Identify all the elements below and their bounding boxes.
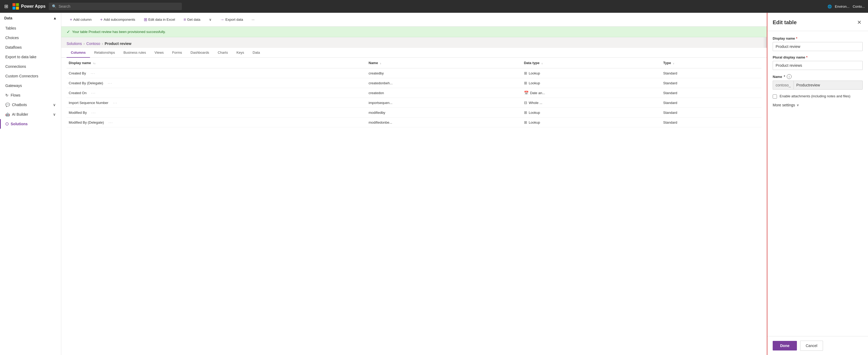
tab-forms[interactable]: Forms <box>168 48 186 58</box>
flows-label: Flows <box>11 93 21 97</box>
sidebar-item-dataflows[interactable]: Dataflows <box>0 42 61 52</box>
name-info-icon[interactable]: i <box>787 74 792 79</box>
name-label: Name <box>773 75 782 79</box>
cancel-button[interactable]: Cancel <box>800 341 823 351</box>
data-type-value: Lookup <box>529 71 540 75</box>
data-type-icon: ⊞ <box>524 71 527 75</box>
sidebar-item-choices[interactable]: Choices <box>0 33 61 42</box>
success-icon: ✓ <box>67 29 70 34</box>
cell-data-type: ⊞ Lookup <box>522 117 661 128</box>
more-settings-toggle[interactable]: More settings ∨ <box>773 103 863 107</box>
data-type-icon: ⊟ <box>524 101 527 105</box>
ai-builder-expand-icon: ∨ <box>53 112 56 116</box>
tab-charts[interactable]: Charts <box>214 48 232 58</box>
add-subcomponents-button[interactable]: + Add subcomponents <box>97 16 138 24</box>
table-row: Modified By (Delegate) ··· modifiedonbe.… <box>67 117 762 128</box>
custom-connectors-label: Custom Connectors <box>5 74 38 78</box>
sidebar-item-tables[interactable]: Tables <box>0 24 61 33</box>
tab-columns[interactable]: Columns <box>67 48 90 58</box>
tab-relationships[interactable]: Relationships <box>90 48 119 58</box>
sidebar-item-solutions[interactable]: ⬡ Solutions <box>0 119 61 129</box>
row-dots-button[interactable]: ··· <box>90 110 98 115</box>
data-type-icon: 📅 <box>524 91 529 95</box>
col-header-display-name[interactable]: Display name ↑↓ <box>67 58 366 68</box>
main-layout: Data ▲ Tables Choices Dataflows Export t… <box>0 13 868 355</box>
more-actions-button[interactable]: ··· <box>248 16 258 23</box>
col-header-type[interactable]: Type ↓ <box>661 58 762 68</box>
cell-data-type: ⊞ Lookup <box>522 108 661 117</box>
display-name-input[interactable] <box>773 42 863 51</box>
cell-display-name: Created By ··· <box>67 68 366 78</box>
gateways-label: Gateways <box>5 83 22 88</box>
cell-type: Standard <box>661 68 762 78</box>
sidebar-item-ai-builder[interactable]: 🤖 AI Builder ∨ <box>0 110 61 119</box>
sidebar-item-custom-connectors[interactable]: Custom Connectors <box>0 71 61 81</box>
cell-name: createdonbeh... <box>366 78 522 88</box>
search-input[interactable] <box>59 4 179 8</box>
get-data-dropdown-icon: ∨ <box>209 17 212 22</box>
table-row: Import Sequence Number ··· importsequen.… <box>67 98 762 108</box>
row-dots-button[interactable]: ··· <box>90 91 97 96</box>
panel-close-button[interactable]: ✕ <box>856 18 863 27</box>
logo-area: Power Apps <box>12 3 45 9</box>
sidebar-collapse-icon: ▲ <box>53 16 57 20</box>
tab-dashboards[interactable]: Dashboards <box>186 48 214 58</box>
tab-business-rules[interactable]: Business rules <box>119 48 150 58</box>
choices-label: Choices <box>5 36 19 40</box>
name-prefix: contoso_ <box>773 80 794 90</box>
add-column-button[interactable]: + Add column <box>67 16 95 24</box>
cell-display-name: Modified By ··· <box>67 108 366 117</box>
breadcrumb-contoso[interactable]: Contoso <box>86 41 100 46</box>
data-type-value: Date an... <box>530 91 545 95</box>
cell-type: Standard <box>661 98 762 108</box>
row-dots-button[interactable]: ··· <box>89 71 97 76</box>
col-header-data-type[interactable]: Data type ↓ <box>522 58 661 68</box>
row-dots-button[interactable]: ··· <box>106 80 114 85</box>
done-button[interactable]: Done <box>773 341 797 351</box>
plural-display-name-input[interactable] <box>773 61 863 70</box>
tab-views[interactable]: Views <box>150 48 168 58</box>
waffle-icon[interactable]: ⊞ <box>3 2 9 10</box>
sidebar-item-chatbots[interactable]: 💬 Chatbots ∨ <box>0 100 61 110</box>
breadcrumb-sep-2: › <box>102 41 103 46</box>
enable-attachments-row: Enable attachments (including notes and … <box>773 94 863 99</box>
tab-keys[interactable]: Keys <box>232 48 248 58</box>
cell-name: createdon <box>366 88 522 98</box>
sidebar-item-flows[interactable]: ↻ Flows <box>0 91 61 100</box>
enable-attachments-checkbox[interactable] <box>773 95 777 99</box>
get-data-dropdown-button[interactable]: ∨ <box>206 16 215 23</box>
chatbots-expand-icon: ∨ <box>53 103 56 107</box>
panel-body: Display name * Plural display name * Nam… <box>767 31 868 336</box>
globe-icon: 🌐 <box>828 4 832 8</box>
name-label-row: Name * i <box>773 74 863 79</box>
panel-title: Edit table <box>773 20 797 26</box>
row-dots-button[interactable]: ··· <box>107 120 115 125</box>
table-row: Created By ··· createdby ⊞ Lookup Standa… <box>67 68 762 78</box>
get-data-button[interactable]: ≡ Get data <box>180 16 204 24</box>
panel-footer: Done Cancel <box>767 336 868 355</box>
data-type-value: Lookup <box>529 81 540 85</box>
nav-right: 🌐 Environ... Conto... <box>828 4 865 8</box>
search-bar[interactable]: 🔍 <box>49 3 182 10</box>
breadcrumb-solutions[interactable]: Solutions <box>67 41 82 46</box>
success-banner: ✓ Your table Product review has been pro… <box>61 27 767 37</box>
tab-data[interactable]: Data <box>248 48 264 58</box>
account-label: Conto... <box>852 4 865 8</box>
content-area: + Add column + Add subcomponents ⊞ Edit … <box>61 13 767 355</box>
edit-data-button[interactable]: ⊞ Edit data in Excel <box>141 15 178 24</box>
export-data-icon: → <box>220 17 224 22</box>
data-type-value: Lookup <box>529 120 540 125</box>
name-required: * <box>784 74 785 79</box>
more-settings-label: More settings <box>773 103 795 107</box>
sidebar-section-data[interactable]: Data ▲ <box>0 13 61 24</box>
data-type-icon: ⊞ <box>524 120 527 125</box>
sidebar-item-export[interactable]: Export to data lake <box>0 52 61 62</box>
cell-type: Standard <box>661 78 762 88</box>
cell-type: Standard <box>661 117 762 128</box>
col-header-name[interactable]: Name ↓ <box>366 58 522 68</box>
row-dots-button[interactable]: ··· <box>111 100 119 105</box>
sidebar-item-gateways[interactable]: Gateways <box>0 81 61 91</box>
sidebar-item-connections[interactable]: Connections <box>0 62 61 71</box>
export-data-button[interactable]: → Export data <box>217 16 247 24</box>
display-name-field-group: Display name * <box>773 36 863 51</box>
